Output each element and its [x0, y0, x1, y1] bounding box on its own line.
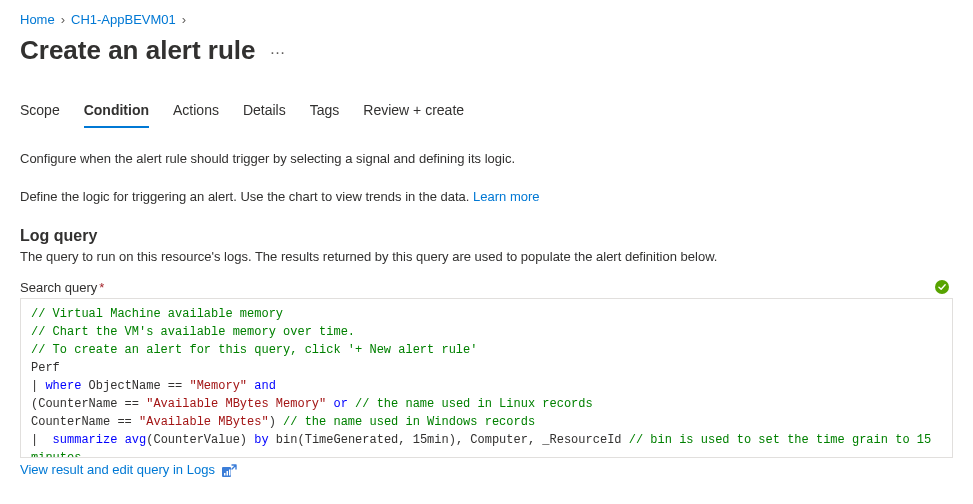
- condition-description-1: Configure when the alert rule should tri…: [20, 150, 953, 168]
- condition-description-2: Define the logic for triggering an alert…: [20, 188, 953, 206]
- tab-scope[interactable]: Scope: [20, 102, 60, 128]
- tab-actions[interactable]: Actions: [173, 102, 219, 128]
- more-actions-button[interactable]: …: [270, 40, 287, 62]
- svg-rect-2: [224, 473, 226, 476]
- required-asterisk: *: [99, 280, 104, 295]
- breadcrumb-sep-icon: ›: [182, 12, 186, 27]
- tab-condition[interactable]: Condition: [84, 102, 149, 128]
- search-query-input[interactable]: // Virtual Machine available memory // C…: [20, 298, 953, 458]
- tab-tags[interactable]: Tags: [310, 102, 340, 128]
- svg-rect-4: [229, 469, 231, 475]
- tab-details[interactable]: Details: [243, 102, 286, 128]
- svg-point-0: [935, 280, 949, 294]
- page-title: Create an alert rule: [20, 35, 256, 66]
- learn-more-link[interactable]: Learn more: [473, 189, 539, 204]
- page-header: Create an alert rule …: [20, 35, 953, 66]
- breadcrumb-resource[interactable]: CH1-AppBEVM01: [71, 12, 176, 27]
- log-query-heading: Log query: [20, 227, 953, 245]
- tab-review-create[interactable]: Review + create: [363, 102, 464, 128]
- logs-icon: [221, 462, 237, 478]
- svg-rect-3: [226, 471, 228, 476]
- validation-success-icon: [935, 280, 949, 294]
- breadcrumb: Home › CH1-AppBEVM01 ›: [20, 12, 953, 27]
- condition-description-2-text: Define the logic for triggering an alert…: [20, 189, 473, 204]
- breadcrumb-home[interactable]: Home: [20, 12, 55, 27]
- view-result-in-logs-link[interactable]: View result and edit query in Logs: [20, 462, 215, 477]
- search-query-label-row: Search query*: [20, 280, 953, 295]
- tabs: Scope Condition Actions Details Tags Rev…: [20, 102, 953, 128]
- log-query-description: The query to run on this resource's logs…: [20, 249, 953, 264]
- search-query-label: Search query: [20, 280, 97, 295]
- breadcrumb-sep-icon: ›: [61, 12, 65, 27]
